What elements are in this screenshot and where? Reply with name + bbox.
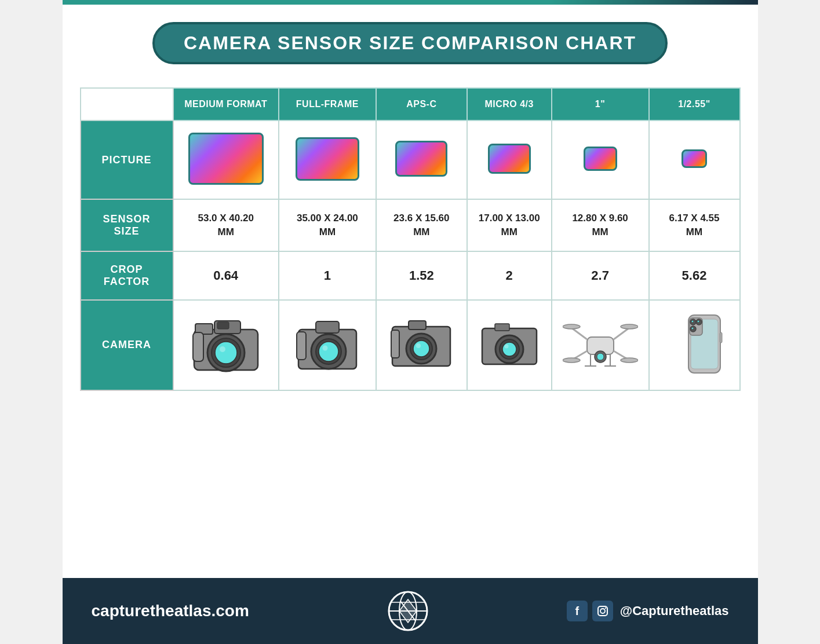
crop-half: 5.62	[649, 251, 740, 300]
picture-row: PICTURE	[81, 120, 740, 199]
social-handle: @Capturetheatlas	[620, 603, 729, 619]
sensor-rect-half	[681, 149, 707, 168]
crop-micro: 2	[467, 251, 552, 300]
col-micro-43: MICRO 4/3	[467, 88, 552, 120]
crop-full: 1	[279, 251, 376, 300]
svg-point-14	[319, 342, 338, 361]
sensor-rect-full	[296, 137, 359, 181]
sensor-size-full: 35.00 X 24.00MM	[279, 199, 376, 251]
svg-point-39	[597, 353, 604, 360]
col-half-inch: 1/2.55"	[649, 88, 740, 120]
svg-point-22	[416, 343, 421, 348]
svg-point-37	[621, 358, 638, 363]
sensor-rect-micro	[488, 144, 531, 174]
svg-point-62	[605, 608, 606, 609]
col-1inch: 1"	[552, 88, 649, 120]
picture-1inch	[552, 120, 649, 199]
camera-full	[279, 300, 376, 390]
svg-rect-17	[409, 321, 426, 330]
picture-half-inch	[649, 120, 740, 199]
crop-apsc-text: 1.52	[409, 268, 434, 283]
sensor-rect-medium	[188, 133, 264, 185]
svg-rect-24	[495, 324, 509, 331]
sensor-rect-apsc	[395, 141, 447, 177]
table-header-row: MEDIUM FORMAT FULL-FRAME APS-C MICRO 4/3…	[81, 88, 740, 120]
sensor-size-apsc: 23.6 X 15.60MM	[376, 199, 467, 251]
picture-row-label: PICTURE	[81, 120, 173, 199]
col-medium-format: MEDIUM FORMAT	[173, 88, 279, 120]
footer-social-section: f @Capturetheatlas	[567, 601, 729, 621]
sensor-size-apsc-text: 23.6 X 15.60MM	[393, 213, 449, 237]
crop-factor-row: CROP FACTOR 0.64 1 1.52 2 2.7	[81, 251, 740, 300]
picture-full-frame	[279, 120, 376, 199]
crop-1inch: 2.7	[552, 251, 649, 300]
svg-point-21	[413, 341, 429, 357]
footer-logo-icon	[388, 591, 428, 631]
title-badge: CAMERA SENSOR SIZE COMPARISON CHART	[152, 22, 668, 64]
top-accent-bar	[63, 0, 758, 5]
full-frame-camera-icon	[290, 312, 365, 376]
picture-medium-format	[173, 120, 279, 199]
sensor-size-micro-text: 17.00 X 13.00MM	[479, 213, 540, 237]
sensor-size-row: SENSOR SIZE 53.0 X 40.20MM 35.00 X 24.00…	[81, 199, 740, 251]
instagram-icon	[592, 601, 613, 621]
camera-1inch	[552, 300, 649, 390]
picture-aps-c	[376, 120, 467, 199]
header: CAMERA SENSOR SIZE COMPARISON CHART	[63, 5, 758, 76]
facebook-icon: f	[567, 601, 588, 621]
crop-medium-text: 0.64	[213, 268, 238, 283]
smartphone-camera-icon	[659, 312, 729, 376]
sensor-size-row-label: SENSOR SIZE	[81, 199, 173, 251]
sensor-size-half: 6.17 X 4.55MM	[649, 199, 740, 251]
crop-1inch-text: 2.7	[591, 268, 609, 283]
sensor-size-1inch-text: 12.80 X 9.60MM	[572, 213, 628, 237]
social-icons-group: f	[567, 601, 613, 621]
camera-medium	[173, 300, 279, 390]
svg-point-36	[563, 358, 580, 363]
svg-point-52	[691, 327, 694, 330]
camera-half-inch	[649, 300, 740, 390]
svg-rect-10	[316, 321, 339, 333]
sensor-size-half-text: 6.17 X 4.55MM	[669, 213, 720, 237]
page-title: CAMERA SENSOR SIZE COMPARISON CHART	[184, 32, 636, 53]
medium-format-camera-icon	[188, 312, 264, 376]
camera-micro	[467, 300, 552, 390]
svg-rect-11	[297, 332, 306, 360]
table-wrapper: MEDIUM FORMAT FULL-FRAME APS-C MICRO 4/3…	[63, 76, 758, 578]
svg-rect-8	[217, 322, 229, 329]
picture-micro-43	[467, 120, 552, 199]
sensor-size-medium: 53.0 X 40.20MM	[173, 199, 279, 251]
sensor-size-medium-text: 53.0 X 40.20MM	[198, 213, 253, 237]
footer-website: capturetheatlas.com	[92, 602, 249, 620]
comparison-table: MEDIUM FORMAT FULL-FRAME APS-C MICRO 4/3…	[80, 87, 741, 391]
svg-line-30	[571, 328, 587, 339]
crop-half-text: 5.62	[682, 268, 707, 283]
svg-point-61	[600, 609, 605, 613]
sensor-size-full-text: 35.00 X 24.00MM	[297, 213, 358, 237]
col-full-frame: FULL-FRAME	[279, 88, 376, 120]
crop-micro-text: 2	[506, 268, 513, 283]
camera-apsc	[376, 300, 467, 390]
svg-point-35	[621, 324, 638, 329]
crop-medium: 0.64	[173, 251, 279, 300]
svg-point-51	[697, 320, 699, 323]
empty-header	[81, 88, 173, 120]
svg-point-34	[563, 324, 580, 329]
sensor-rect-1inch	[584, 147, 617, 171]
svg-point-6	[215, 342, 237, 364]
sensor-size-1inch: 12.80 X 9.60MM	[552, 199, 649, 251]
micro43-camera-icon	[478, 318, 541, 370]
crop-apsc: 1.52	[376, 251, 467, 300]
apsc-camera-icon	[387, 315, 456, 373]
svg-point-50	[691, 320, 694, 323]
camera-row: CAMERA	[81, 300, 740, 390]
camera-row-label: CAMERA	[81, 300, 173, 390]
svg-point-15	[322, 345, 327, 350]
sensor-size-micro: 17.00 X 13.00MM	[467, 199, 552, 251]
footer: capturetheatlas.com f	[63, 578, 758, 644]
svg-rect-53	[720, 332, 722, 343]
drone-camera-icon	[563, 315, 638, 373]
crop-full-text: 1	[324, 268, 331, 283]
svg-point-7	[220, 346, 225, 352]
svg-rect-3	[193, 332, 203, 361]
